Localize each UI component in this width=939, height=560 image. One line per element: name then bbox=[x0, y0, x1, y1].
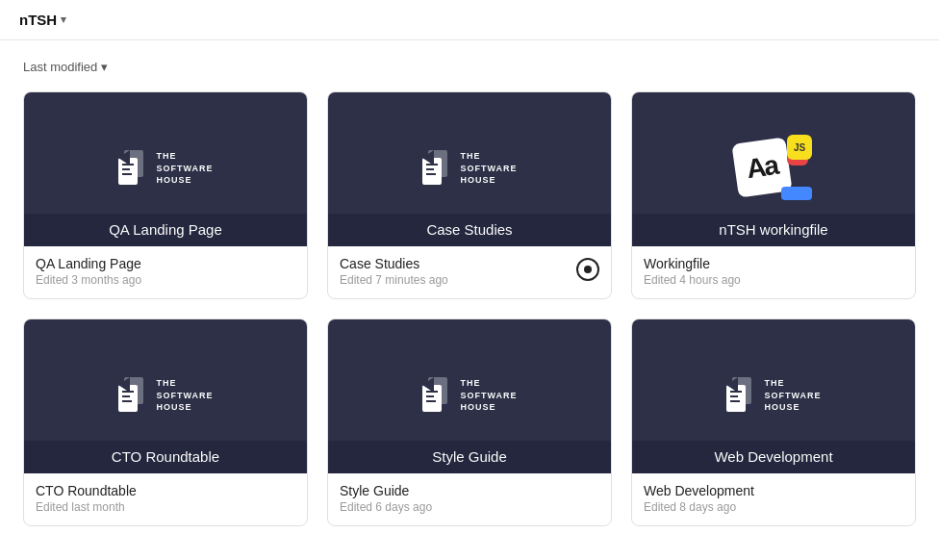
sort-bar: Last modified ▾ bbox=[23, 60, 916, 74]
svg-rect-3 bbox=[122, 164, 134, 165]
card-thumbnail: THE SOFTWARE HOUSE CTO Roundtable bbox=[24, 319, 307, 473]
card-web-development[interactable]: THE SOFTWARE HOUSE Web Development Web D… bbox=[631, 318, 916, 526]
svg-rect-28 bbox=[730, 395, 738, 397]
card-thumbnail: THE SOFTWARE HOUSE Style Guide bbox=[328, 319, 611, 473]
card-info: Web Development Edited 8 days ago bbox=[644, 483, 754, 514]
card-name: Web Development bbox=[644, 483, 754, 498]
app-header: nTSH ▾ bbox=[0, 0, 939, 40]
tsh-logo: THE SOFTWARE HOUSE bbox=[118, 377, 214, 416]
svg-rect-15 bbox=[122, 391, 134, 393]
card-title: Web Development bbox=[714, 448, 832, 465]
card-title-overlay: Web Development bbox=[632, 441, 915, 473]
card-thumbnail: Aa JS nTSH workingfile bbox=[632, 92, 915, 246]
card-body: Web Development Edited 8 days ago bbox=[632, 473, 915, 525]
svg-rect-21 bbox=[426, 391, 438, 393]
card-title-overlay: Style Guide bbox=[328, 441, 611, 473]
card-title: nTSH workingfile bbox=[719, 221, 827, 238]
tsh-logo: THE SOFTWARE HOUSE bbox=[118, 150, 214, 189]
card-name: CTO Roundtable bbox=[36, 483, 137, 498]
tsh-logo-icon bbox=[118, 377, 149, 416]
card-body: QA Landing Page Edited 3 months ago bbox=[24, 246, 307, 298]
svg-rect-16 bbox=[122, 395, 130, 397]
card-title-overlay: QA Landing Page bbox=[24, 214, 307, 246]
card-action-button[interactable] bbox=[576, 258, 599, 281]
card-body: Case Studies Edited 7 minutes ago bbox=[328, 246, 611, 298]
card-info: Case Studies Edited 7 minutes ago bbox=[340, 256, 448, 287]
card-info: Style Guide Edited 6 days ago bbox=[340, 483, 432, 514]
card-case-studies[interactable]: THE SOFTWARE HOUSE Case Studies Case Stu… bbox=[327, 91, 612, 299]
card-title-overlay: Case Studies bbox=[328, 214, 611, 246]
card-edited-time: Edited 7 minutes ago bbox=[340, 273, 448, 287]
tsh-logo: THE SOFTWARE HOUSE bbox=[422, 150, 518, 189]
card-edited-time: Edited 6 days ago bbox=[340, 500, 432, 514]
tsh-logo-icon bbox=[118, 150, 149, 189]
svg-rect-11 bbox=[426, 173, 436, 175]
tsh-logo-icon bbox=[422, 377, 453, 416]
card-info: QA Landing Page Edited 3 months ago bbox=[36, 256, 141, 287]
card-qa-landing-page[interactable]: THE SOFTWARE HOUSE QA Landing Page QA La… bbox=[23, 91, 308, 299]
card-style-guide[interactable]: THE SOFTWARE HOUSE Style Guide Style Gui… bbox=[327, 318, 612, 526]
sort-chevron-icon: ▾ bbox=[101, 60, 108, 74]
record-icon bbox=[584, 266, 592, 273]
workspace-label: nTSH bbox=[19, 12, 57, 28]
card-name: Workingfile bbox=[644, 256, 741, 271]
tsh-logo: THE SOFTWARE HOUSE bbox=[726, 377, 822, 416]
card-thumbnail: THE SOFTWARE HOUSE Web Development bbox=[632, 319, 915, 473]
card-body: CTO Roundtable Edited last month bbox=[24, 473, 307, 525]
tsh-logo-icon bbox=[422, 150, 453, 189]
workspace-chevron-icon: ▾ bbox=[61, 13, 66, 26]
svg-rect-9 bbox=[426, 164, 438, 165]
card-title-overlay: CTO Roundtable bbox=[24, 441, 307, 473]
card-title: Style Guide bbox=[432, 448, 507, 465]
main-content: Last modified ▾ THE SOFTWARE HOU bbox=[0, 40, 939, 546]
svg-rect-29 bbox=[730, 400, 740, 402]
card-edited-time: Edited 3 months ago bbox=[36, 273, 141, 287]
workspace-selector[interactable]: nTSH ▾ bbox=[19, 12, 66, 28]
card-name: Case Studies bbox=[340, 256, 448, 271]
tsh-logo-icon bbox=[726, 377, 757, 416]
card-name: Style Guide bbox=[340, 483, 432, 498]
card-thumbnail: THE SOFTWARE HOUSE QA Landing Page bbox=[24, 92, 307, 246]
sort-label-text: Last modified bbox=[23, 60, 97, 74]
svg-rect-10 bbox=[426, 168, 434, 170]
card-title: Case Studies bbox=[426, 221, 512, 238]
card-body: Style Guide Edited 6 days ago bbox=[328, 473, 611, 525]
card-name: QA Landing Page bbox=[36, 256, 141, 271]
svg-rect-4 bbox=[122, 168, 130, 170]
card-body: Workingfile Edited 4 hours ago bbox=[632, 246, 915, 298]
card-thumbnail: THE SOFTWARE HOUSE Case Studies bbox=[328, 92, 611, 246]
svg-rect-17 bbox=[122, 400, 132, 402]
card-title-overlay: nTSH workingfile bbox=[632, 214, 915, 246]
svg-rect-27 bbox=[730, 391, 742, 393]
projects-grid: THE SOFTWARE HOUSE QA Landing Page QA La… bbox=[23, 91, 916, 526]
card-ntsh-workingfile[interactable]: Aa JS nTSH workingfile Workingfile Edite… bbox=[631, 91, 916, 299]
tsh-logo: THE SOFTWARE HOUSE bbox=[422, 377, 518, 416]
card-edited-time: Edited 8 days ago bbox=[644, 500, 754, 514]
card-title: QA Landing Page bbox=[109, 221, 222, 238]
svg-rect-5 bbox=[122, 173, 132, 175]
sort-selector[interactable]: Last modified ▾ bbox=[23, 60, 916, 74]
card-edited-time: Edited 4 hours ago bbox=[644, 273, 741, 287]
card-cto-roundtable[interactable]: THE SOFTWARE HOUSE CTO Roundtable CTO Ro… bbox=[23, 318, 308, 526]
card-edited-time: Edited last month bbox=[36, 500, 137, 514]
workingfile-thumbnail: Aa JS bbox=[735, 131, 812, 208]
card-title: CTO Roundtable bbox=[112, 448, 219, 465]
card-info: CTO Roundtable Edited last month bbox=[36, 483, 137, 514]
svg-rect-22 bbox=[426, 395, 434, 397]
svg-rect-23 bbox=[426, 400, 436, 402]
card-info: Workingfile Edited 4 hours ago bbox=[644, 256, 741, 287]
